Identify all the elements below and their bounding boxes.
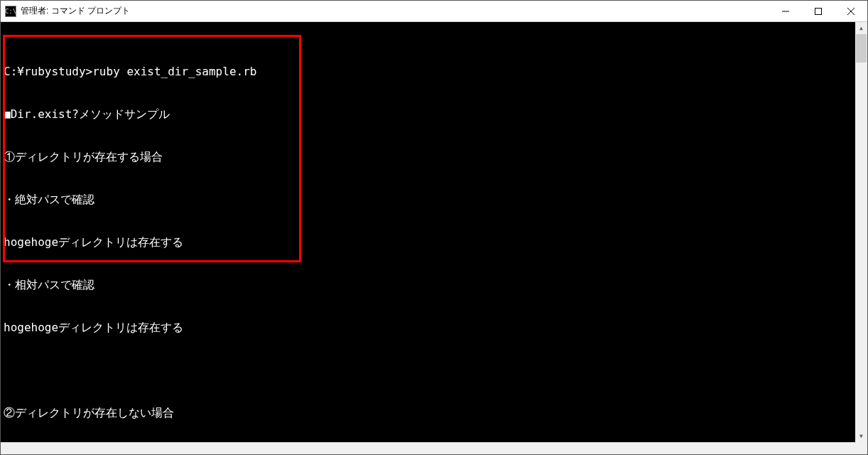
terminal-line: ・相対パスで確認	[1, 278, 855, 292]
terminal-content: C:¥rubystudy>ruby exist_dir_sample.rb ■D…	[1, 36, 855, 442]
horizontal-scrollbar[interactable]	[1, 442, 855, 454]
terminal-line: ・絶対パスで確認	[1, 193, 855, 207]
minimize-button[interactable]	[769, 1, 802, 21]
app-icon: C:\	[5, 6, 16, 17]
maximize-button[interactable]	[802, 1, 835, 21]
scroll-thumb[interactable]	[856, 34, 867, 63]
window-title: 管理者: コマンド プロンプト	[21, 5, 769, 17]
terminal-line: hogehogeディレクトリは存在する	[1, 235, 855, 250]
scroll-down-arrow-icon[interactable]: ▼	[855, 430, 867, 442]
terminal-line	[1, 363, 855, 378]
close-button[interactable]	[835, 1, 867, 21]
terminal-line: C:¥rubystudy>ruby exist_dir_sample.rb	[1, 65, 855, 79]
terminal-line: ■Dir.exist?メソッドサンプル	[1, 107, 855, 122]
terminal-area[interactable]: C:¥rubystudy>ruby exist_dir_sample.rb ■D…	[1, 22, 867, 454]
svg-rect-1	[815, 8, 822, 14]
scrollbar-corner	[855, 442, 867, 454]
vertical-scrollbar[interactable]: ▲ ▼	[855, 22, 867, 442]
command-prompt-window: C:\ 管理者: コマンド プロンプト C:¥rubystudy>ruby ex…	[0, 0, 868, 455]
titlebar[interactable]: C:\ 管理者: コマンド プロンプト	[1, 1, 867, 22]
terminal-line: ②ディレクトリが存在しない場合	[1, 406, 855, 420]
terminal-line: hogehogeディレクトリは存在する	[1, 321, 855, 335]
window-controls	[769, 1, 867, 21]
terminal-line: ①ディレクトリが存在する場合	[1, 150, 855, 164]
scroll-up-arrow-icon[interactable]: ▲	[855, 22, 867, 34]
